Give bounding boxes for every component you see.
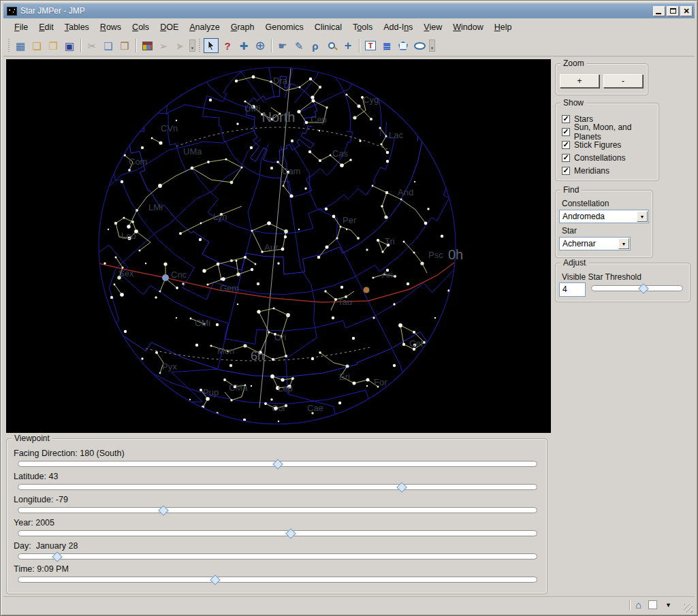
facing-direction-slider[interactable] bbox=[18, 461, 537, 467]
longitude-slider[interactable] bbox=[18, 507, 537, 513]
menu-rows[interactable]: Rows bbox=[95, 20, 127, 34]
star-dot bbox=[159, 141, 162, 144]
polygon-tool-icon[interactable] bbox=[396, 38, 411, 53]
zoom-group-label: Zoom bbox=[560, 59, 587, 68]
globe-zoom-icon[interactable]: ⊕ bbox=[253, 38, 268, 53]
resize-grip[interactable] bbox=[684, 604, 693, 613]
new-journal-icon[interactable]: ❏ bbox=[29, 38, 44, 53]
checkbox-icon[interactable]: ✓ bbox=[562, 128, 570, 136]
star-dot bbox=[309, 78, 313, 81]
brush-tool-icon[interactable]: ✎ bbox=[291, 38, 306, 53]
menu-tables[interactable]: Tables bbox=[59, 20, 95, 34]
show-constellations-checkbox[interactable]: ✓Constellations bbox=[562, 151, 659, 164]
slider-thumb[interactable] bbox=[638, 283, 649, 294]
star-dot bbox=[121, 180, 123, 183]
menu-clinical[interactable]: Clinical bbox=[309, 20, 347, 34]
new-data-table-icon[interactable]: ▦ bbox=[13, 38, 28, 53]
toolbar-grip[interactable] bbox=[197, 39, 201, 52]
visible-star-threshold-input[interactable]: 4 bbox=[559, 282, 586, 297]
year-slider[interactable] bbox=[18, 530, 537, 536]
minimize-button[interactable] bbox=[653, 6, 665, 16]
save-icon[interactable]: ▣ bbox=[62, 38, 77, 53]
constellation-select[interactable]: Andromeda ▼ bbox=[559, 210, 649, 223]
zoom-out-button[interactable]: - bbox=[603, 74, 643, 88]
visible-star-threshold-slider[interactable] bbox=[591, 285, 683, 291]
open-icon[interactable]: ❐ bbox=[46, 38, 61, 53]
time-slider[interactable] bbox=[18, 577, 537, 583]
toolbar-overflow-icon[interactable]: ▾ bbox=[429, 39, 435, 52]
data-table-icon[interactable] bbox=[140, 38, 155, 53]
star-dot bbox=[413, 252, 415, 254]
star-map[interactable]: DraUMiCepCygLacCasCamCVnUMaComAndLMiLynP… bbox=[6, 59, 551, 433]
star-dot bbox=[114, 284, 116, 286]
menu-genomics[interactable]: Genomics bbox=[259, 20, 308, 34]
constellation-label: Aur bbox=[264, 242, 279, 253]
star-select[interactable]: Achernar ▼ bbox=[559, 237, 631, 250]
chevron-down-icon[interactable]: ▼ bbox=[637, 211, 648, 222]
close-button[interactable]: ✕ bbox=[680, 6, 693, 16]
viewpoint-group-label: Viewpoint bbox=[12, 434, 52, 443]
constellation-label: Lep bbox=[278, 383, 293, 393]
menu-addins[interactable]: Add-Ins bbox=[378, 20, 418, 34]
sky-sphere[interactable]: DraUMiCepCygLacCasCamCVnUMaComAndLMiLynP… bbox=[6, 59, 551, 433]
toolbar-grip[interactable] bbox=[7, 39, 10, 52]
star-dot bbox=[291, 378, 293, 380]
run-script-icon[interactable]: ➢ bbox=[156, 38, 171, 53]
zoom-in-button[interactable]: + bbox=[560, 74, 599, 88]
star-dot bbox=[346, 365, 349, 368]
menu-cols[interactable]: Cols bbox=[127, 20, 155, 34]
star-dot bbox=[287, 314, 289, 317]
lasso-tool-icon[interactable]: ρ bbox=[308, 38, 323, 53]
magnifier-tool-icon[interactable] bbox=[324, 38, 339, 53]
arrow-tool-icon[interactable] bbox=[204, 38, 219, 53]
menu-view[interactable]: View bbox=[418, 20, 447, 34]
crosshair-tool-icon[interactable]: + bbox=[340, 38, 355, 53]
run-formula-icon[interactable]: ➤ bbox=[172, 38, 187, 53]
slider-thumb[interactable] bbox=[158, 505, 169, 516]
titlebar[interactable]: Star JMPer - JMP ✕ bbox=[3, 3, 695, 18]
planet-dot-orange[interactable] bbox=[364, 287, 370, 293]
move-tool-icon[interactable]: ✚ bbox=[236, 38, 251, 53]
slider-thumb[interactable] bbox=[210, 574, 221, 585]
slider-thumb[interactable] bbox=[52, 551, 63, 562]
menu-doe[interactable]: DOE bbox=[155, 20, 184, 34]
toolbar-overflow-icon[interactable]: ▾ bbox=[189, 39, 195, 52]
checkbox-icon[interactable]: ✓ bbox=[562, 167, 570, 175]
mode-box-icon[interactable] bbox=[648, 600, 657, 609]
star-dot bbox=[346, 229, 347, 230]
star-dot bbox=[366, 385, 368, 387]
planet-dot-blue[interactable] bbox=[162, 274, 169, 281]
menu-file[interactable]: File bbox=[9, 20, 33, 34]
checkbox-icon[interactable]: ✓ bbox=[562, 154, 570, 162]
menu-edit[interactable]: Edit bbox=[33, 20, 59, 34]
oval-tool-icon[interactable] bbox=[412, 38, 427, 53]
annotate-tool-icon[interactable]: T bbox=[363, 38, 378, 53]
star-dot bbox=[381, 250, 384, 253]
maximize-button[interactable] bbox=[667, 6, 679, 16]
slider-thumb[interactable] bbox=[272, 459, 283, 470]
dropdown-arrow-icon[interactable]: ▼ bbox=[665, 602, 671, 609]
day-slider[interactable] bbox=[18, 553, 537, 560]
slider-thumb[interactable] bbox=[285, 528, 296, 539]
menu-graph[interactable]: Graph bbox=[225, 20, 260, 34]
help-tool-icon[interactable]: ? bbox=[220, 38, 235, 53]
hand-tool-icon[interactable]: ☛ bbox=[275, 38, 290, 53]
latitude-slider[interactable] bbox=[18, 484, 537, 490]
checkbox-icon[interactable]: ✓ bbox=[562, 115, 570, 123]
copy-icon[interactable]: ❑ bbox=[101, 38, 116, 53]
menu-tools[interactable]: Tools bbox=[347, 20, 378, 34]
show-sun-moon-planets-checkbox[interactable]: ✓Sun, Moon, and Planets bbox=[562, 125, 659, 138]
home-icon[interactable]: ⌂ bbox=[635, 599, 641, 611]
cut-icon[interactable]: ✂ bbox=[84, 38, 99, 53]
star-dot bbox=[284, 229, 288, 233]
chevron-down-icon[interactable]: ▼ bbox=[618, 238, 629, 249]
slider-thumb[interactable] bbox=[396, 482, 407, 493]
paste-icon[interactable]: ❒ bbox=[117, 38, 132, 53]
star-dot bbox=[155, 296, 157, 298]
menu-window[interactable]: Window bbox=[447, 20, 488, 34]
checkbox-icon[interactable]: ✓ bbox=[562, 141, 570, 149]
scroller-tool-icon[interactable]: ≣ bbox=[379, 38, 394, 53]
menu-help[interactable]: Help bbox=[489, 20, 518, 34]
menu-analyze[interactable]: Analyze bbox=[184, 20, 225, 34]
show-meridians-checkbox[interactable]: ✓Meridians bbox=[562, 164, 659, 177]
